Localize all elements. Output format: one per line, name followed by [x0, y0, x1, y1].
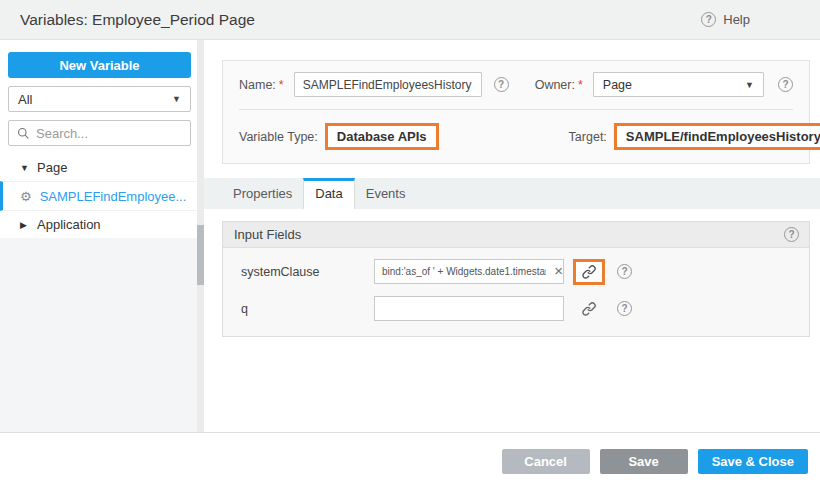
variables-sidebar: New Variable All ▼ ▼ Page ⚙ SA: [0, 40, 197, 432]
variable-type-label: Variable Type:: [239, 130, 318, 144]
field-row-q: q ?: [223, 290, 809, 327]
tree-group-application[interactable]: ▶ Application: [0, 211, 197, 238]
variable-detail-panel: Name: * ? Owner: * Page ▼ ? Variable Typ…: [204, 40, 820, 432]
link-icon: [581, 301, 597, 317]
input-fields-body: systemClause × ?: [223, 248, 809, 336]
service-variable-icon: ⚙: [20, 189, 32, 204]
q-bind-button[interactable]: [573, 296, 605, 322]
help-label[interactable]: Help: [723, 12, 750, 27]
field-row-systemclause: systemClause × ?: [223, 253, 809, 290]
search-input[interactable]: [36, 126, 182, 141]
systemclause-help-icon[interactable]: ?: [617, 264, 632, 279]
dialog-header: Variables: Employee_Period Page ? Help: [0, 0, 820, 40]
input-fields-title: Input Fields: [234, 227, 301, 242]
chevron-down-icon: ▼: [745, 80, 754, 90]
clear-binding-icon[interactable]: ×: [554, 262, 563, 280]
variable-summary-panel: Name: * ? Owner: * Page ▼ ? Variable Typ…: [222, 60, 810, 164]
input-fields-help-icon[interactable]: ?: [784, 227, 799, 242]
caret-right-icon[interactable]: ▶: [20, 220, 37, 230]
field-label: q: [241, 302, 374, 316]
variable-filter-value: All: [18, 92, 32, 107]
dialog-footer: Cancel Save Save & Close: [0, 432, 820, 489]
sidebar-scrollbar-thumb[interactable]: [197, 225, 204, 285]
field-label: systemClause: [241, 265, 374, 279]
owner-dropdown[interactable]: Page ▼: [593, 72, 764, 97]
page-title: Variables: Employee_Period Page: [20, 11, 255, 29]
chevron-down-icon: ▼: [172, 94, 181, 104]
owner-help-icon[interactable]: ?: [778, 77, 793, 92]
save-button[interactable]: Save: [600, 449, 688, 474]
variable-filter-dropdown[interactable]: All ▼: [8, 86, 191, 112]
q-help-icon[interactable]: ?: [617, 301, 632, 316]
link-icon: [581, 264, 597, 280]
systemclause-input-wrap: ×: [374, 259, 564, 284]
q-input[interactable]: [374, 296, 564, 321]
sidebar-scrollbar[interactable]: [197, 40, 204, 432]
tree-item-selected-variable[interactable]: ⚙ SAMPLEFindEmployee...: [0, 181, 197, 211]
owner-label: Owner:: [535, 78, 575, 92]
cancel-button[interactable]: Cancel: [502, 449, 590, 474]
systemclause-bind-button-annotated[interactable]: [573, 259, 605, 285]
dialog-body: New Variable All ▼ ▼ Page ⚙ SA: [0, 40, 820, 432]
required-marker: *: [578, 78, 583, 92]
panel-divider: [239, 109, 793, 110]
variables-dialog: Variables: Employee_Period Page ? Help N…: [0, 0, 820, 489]
help-button[interactable]: ? Help: [701, 12, 750, 27]
target-value-annotated: SAMPLE/findEmployeesHistory: [614, 123, 820, 150]
detail-tabs: Properties Data Events: [204, 178, 820, 209]
target-label: Target:: [569, 130, 607, 144]
name-owner-row: Name: * ? Owner: * Page ▼ ?: [239, 72, 793, 97]
input-fields-header: Input Fields ?: [223, 222, 809, 248]
help-icon[interactable]: ?: [701, 12, 716, 27]
type-target-row: Variable Type: Database APIs Target: SAM…: [239, 123, 793, 150]
tab-events[interactable]: Events: [355, 178, 417, 209]
save-close-button[interactable]: Save & Close: [698, 449, 808, 474]
variable-type-value-annotated: Database APIs: [325, 123, 439, 150]
name-label: Name:: [239, 78, 276, 92]
owner-value: Page: [603, 78, 632, 92]
new-variable-button[interactable]: New Variable: [8, 52, 191, 78]
name-help-icon[interactable]: ?: [494, 77, 509, 92]
systemclause-input[interactable]: [374, 259, 564, 284]
tree-item-label: SAMPLEFindEmployee...: [40, 189, 187, 204]
input-fields-section: Input Fields ? systemClause ×: [222, 221, 810, 337]
caret-down-icon[interactable]: ▼: [20, 163, 37, 173]
tree-group-application-label: Application: [37, 217, 101, 232]
variables-tree: ▼ Page ⚙ SAMPLEFindEmployee... ▶ Applica…: [0, 154, 197, 238]
search-icon: [17, 127, 30, 140]
variable-search[interactable]: [8, 120, 191, 146]
sidebar-empty-area: [0, 238, 197, 432]
tab-data[interactable]: Data: [303, 178, 354, 209]
q-input-wrap: [374, 296, 564, 321]
required-marker: *: [279, 78, 284, 92]
name-input[interactable]: [294, 72, 482, 97]
tab-properties[interactable]: Properties: [222, 178, 303, 209]
tree-group-page[interactable]: ▼ Page: [0, 154, 197, 181]
tree-group-page-label: Page: [37, 160, 67, 175]
